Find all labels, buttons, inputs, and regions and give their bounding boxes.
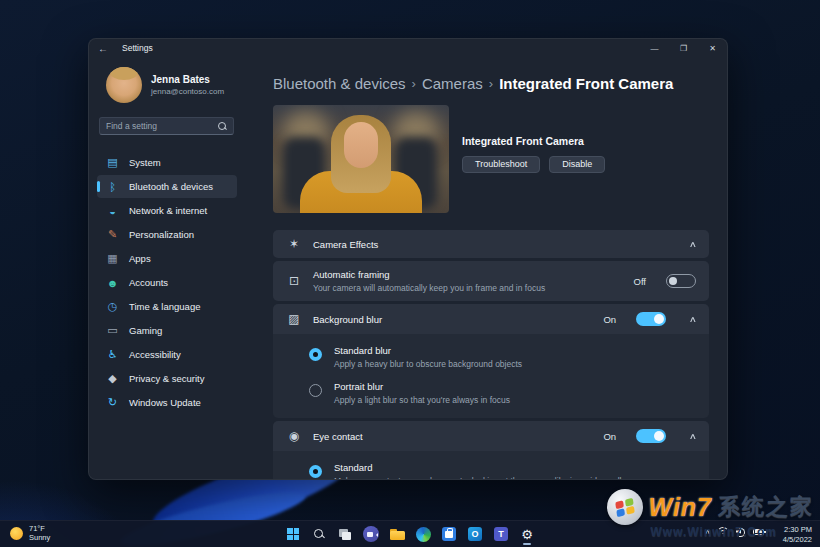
gear-icon: ⚙	[521, 528, 533, 541]
system-icon: ▤	[106, 156, 119, 169]
sidebar-item-label: Personalization	[129, 229, 194, 240]
camera-effects-expander[interactable]: ✶ Camera Effects ∧	[273, 230, 709, 258]
eye-contact-standard-description: Make eye contact even when you're lookin…	[334, 476, 621, 480]
titlebar: ← Settings — ❐ ✕	[89, 39, 727, 57]
chevron-up-icon: ∧	[689, 432, 697, 441]
task-view-button[interactable]	[334, 523, 356, 545]
watermark-url: Www.Winwin7.Com	[607, 525, 815, 539]
sidebar-item-windows-update[interactable]: ↻ Windows Update	[97, 391, 237, 414]
user-profile[interactable]: Jenna Bates jenna@contoso.com	[89, 65, 265, 103]
sun-icon	[10, 527, 23, 540]
sidebar-item-gaming[interactable]: ▭ Gaming	[97, 319, 237, 342]
eye-contact-toggle[interactable]	[636, 429, 666, 443]
personalization-icon: ✎	[106, 228, 119, 241]
sidebar-item-personalization[interactable]: ✎ Personalization	[97, 223, 237, 246]
store-bag-icon	[442, 527, 456, 541]
background-blur-state: On	[603, 314, 616, 325]
start-button[interactable]	[282, 523, 304, 545]
windows-logo-icon	[287, 528, 299, 540]
settings-app-button[interactable]: ⚙	[516, 523, 538, 545]
sidebar-item-apps[interactable]: ▦ Apps	[97, 247, 237, 270]
active-app-indicator	[523, 543, 531, 545]
sidebar-nav: ▤ System ᛒ Bluetooth & devices ◒ Network…	[89, 151, 265, 414]
edge-button[interactable]	[412, 523, 434, 545]
portrait-blur-description: Apply a light blur so that you're always…	[334, 395, 510, 405]
camera-effects-label: Camera Effects	[313, 239, 378, 250]
standard-blur-option[interactable]: Standard blur Apply a heavy blur to obsc…	[309, 339, 697, 375]
sidebar-item-bluetooth-devices[interactable]: ᛒ Bluetooth & devices	[97, 175, 237, 198]
breadcrumb: Bluetooth & devices › Cameras › Integrat…	[273, 75, 709, 92]
back-button[interactable]: ←	[98, 43, 114, 54]
sidebar-item-privacy-security[interactable]: ◆ Privacy & security	[97, 367, 237, 390]
automatic-framing-row[interactable]: ⊡ Automatic framing Your camera will aut…	[273, 261, 709, 301]
eye-contact-standard-option[interactable]: Standard Make eye contact even when you'…	[309, 456, 697, 480]
chevron-up-icon: ∧	[689, 315, 697, 324]
sidebar-item-label: Accounts	[129, 277, 168, 288]
troubleshoot-button[interactable]: Troubleshoot	[462, 156, 540, 173]
sidebar-item-label: Bluetooth & devices	[129, 181, 213, 192]
device-title: Integrated Front Camera	[462, 135, 605, 147]
sidebar-item-label: Gaming	[129, 325, 162, 336]
radio-checked-icon[interactable]	[309, 465, 322, 478]
avatar	[106, 67, 142, 103]
taskbar-search-button[interactable]	[308, 523, 330, 545]
eye-contact-options: Standard Make eye contact even when you'…	[273, 451, 709, 480]
breadcrumb-cameras[interactable]: Cameras	[422, 75, 483, 92]
search-box[interactable]	[99, 117, 234, 135]
weather-condition: Sunny	[29, 533, 50, 542]
background-blur-toggle[interactable]	[636, 312, 666, 326]
shield-icon: ◆	[106, 372, 119, 385]
sidebar-item-accessibility[interactable]: ♿ Accessibility	[97, 343, 237, 366]
bluetooth-icon: ᛒ	[106, 181, 119, 193]
content-pane: Bluetooth & devices › Cameras › Integrat…	[265, 57, 728, 480]
user-name: Jenna Bates	[151, 74, 224, 85]
search-icon	[218, 122, 227, 131]
portrait-blur-option[interactable]: Portrait blur Apply a light blur so that…	[309, 375, 697, 411]
disable-button[interactable]: Disable	[549, 156, 605, 173]
weather-widget[interactable]: 71°F Sunny	[10, 524, 50, 542]
radio-unchecked-icon[interactable]	[309, 384, 322, 397]
eye-contact-header[interactable]: ◉ Eye contact On ∧	[273, 421, 709, 451]
search-input[interactable]	[106, 121, 218, 131]
weather-temperature: 71°F	[29, 524, 50, 533]
outlook-icon: O	[468, 527, 482, 541]
breadcrumb-separator: ›	[412, 76, 416, 91]
radio-checked-icon[interactable]	[309, 348, 322, 361]
settings-window: ← Settings — ❐ ✕ Jenna Bates jenna@conto…	[88, 38, 728, 480]
sidebar-item-label: Network & internet	[129, 205, 207, 216]
chat-button[interactable]	[360, 523, 382, 545]
windows-flag-logo-icon	[607, 489, 643, 525]
window-title: Settings	[122, 43, 153, 53]
sidebar-item-time-language[interactable]: ◷ Time & language	[97, 295, 237, 318]
sidebar-item-label: Accessibility	[129, 349, 181, 360]
breadcrumb-bluetooth-devices[interactable]: Bluetooth & devices	[273, 75, 406, 92]
minimize-button[interactable]: —	[640, 39, 669, 57]
microsoft-store-button[interactable]	[438, 523, 460, 545]
standard-blur-label: Standard blur	[334, 345, 522, 356]
background-blur-title: Background blur	[313, 314, 382, 325]
automatic-framing-title: Automatic framing	[313, 269, 545, 280]
sidebar: Jenna Bates jenna@contoso.com ▤ System ᛒ…	[89, 57, 265, 480]
teams-button[interactable]: T	[490, 523, 512, 545]
sidebar-item-network-internet[interactable]: ◒ Network & internet	[97, 199, 237, 222]
eye-contact-state: On	[603, 431, 616, 442]
background-blur-header[interactable]: ▨ Background blur On ∧	[273, 304, 709, 334]
maximize-button[interactable]: ❐	[669, 39, 698, 57]
accounts-icon: ☻	[106, 277, 119, 289]
video-chat-icon	[363, 526, 379, 542]
gaming-icon: ▭	[106, 324, 119, 337]
sidebar-item-accounts[interactable]: ☻ Accounts	[97, 271, 237, 294]
update-icon: ↻	[106, 396, 119, 409]
automatic-framing-toggle[interactable]	[666, 274, 696, 288]
automatic-framing-description: Your camera will automatically keep you …	[313, 283, 545, 293]
camera-preview	[273, 105, 449, 213]
selection-indicator	[97, 181, 100, 192]
sidebar-item-label: System	[129, 157, 161, 168]
sidebar-item-label: Windows Update	[129, 397, 201, 408]
sidebar-item-system[interactable]: ▤ System	[97, 151, 237, 174]
file-explorer-button[interactable]	[386, 523, 408, 545]
teams-icon: T	[494, 527, 508, 541]
eye-contact-title: Eye contact	[313, 431, 363, 442]
close-button[interactable]: ✕	[698, 39, 727, 57]
outlook-button[interactable]: O	[464, 523, 486, 545]
